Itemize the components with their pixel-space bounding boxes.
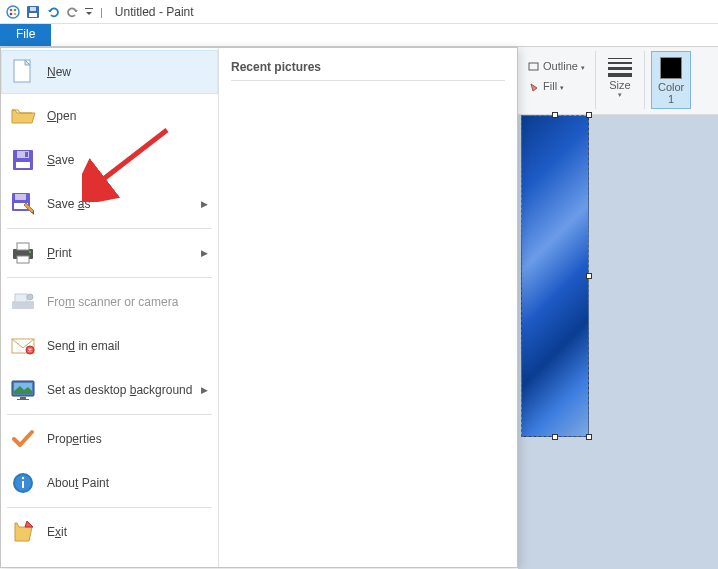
svg-rect-6 (29, 13, 37, 17)
selection-handle[interactable] (586, 112, 592, 118)
svg-point-0 (7, 6, 19, 18)
chevron-right-icon: ▶ (201, 248, 208, 258)
color-swatch (660, 57, 682, 79)
checkmark-icon (9, 425, 37, 453)
menu-email-label: Send in email (47, 339, 120, 353)
ribbon-separator (644, 51, 645, 109)
size-label: Size (609, 79, 630, 91)
svg-rect-11 (16, 162, 30, 168)
fill-dropdown[interactable]: Fill ▾ (528, 77, 564, 97)
exit-icon (9, 518, 37, 546)
desktop-icon (9, 376, 37, 404)
recent-header: Recent pictures (231, 56, 505, 81)
menu-print[interactable]: Print ▶ (1, 231, 218, 275)
menu-properties[interactable]: Properties (1, 417, 218, 461)
qat-customize[interactable] (84, 3, 94, 21)
menu-scanner: From scanner or camera (1, 280, 218, 324)
svg-point-33 (22, 477, 24, 479)
app-icon[interactable] (4, 3, 22, 21)
chevron-down-icon: ▾ (618, 91, 622, 99)
chevron-right-icon: ▶ (201, 199, 208, 209)
svg-point-3 (10, 12, 13, 15)
size-group[interactable]: Size ▾ (602, 51, 638, 101)
selection-handle[interactable] (586, 434, 592, 440)
svg-rect-8 (85, 8, 93, 9)
selection-handle[interactable] (552, 112, 558, 118)
svg-point-4 (14, 12, 17, 15)
menu-about[interactable]: About Paint (1, 461, 218, 505)
svg-rect-19 (17, 256, 29, 263)
menu-save-as[interactable]: Save as ▶ (1, 182, 218, 226)
printer-icon (9, 239, 37, 267)
menu-separator (7, 414, 212, 415)
email-icon (9, 332, 37, 360)
menu-exit[interactable]: Exit (1, 510, 218, 554)
svg-rect-34 (529, 63, 538, 70)
selection-handle[interactable] (552, 434, 558, 440)
selected-image[interactable] (521, 115, 589, 437)
svg-rect-22 (15, 294, 27, 302)
menu-separator (7, 277, 212, 278)
qat-separator: | (100, 6, 103, 18)
recent-panel: Recent pictures (219, 48, 517, 567)
svg-rect-29 (17, 399, 29, 400)
menu-open[interactable]: Open (1, 94, 218, 138)
shape-options-group: Outline ▾ Fill ▾ (524, 51, 589, 99)
quick-access-toolbar: | (0, 3, 111, 21)
menu-save[interactable]: Save (1, 138, 218, 182)
canvas-workspace[interactable] (518, 115, 718, 569)
new-document-icon (9, 58, 37, 86)
floppy-save-icon (9, 146, 37, 174)
color1-label: Color 1 (658, 81, 684, 105)
menu-print-label: Print (47, 246, 72, 260)
selection-handle[interactable] (586, 273, 592, 279)
menu-about-label: About Paint (47, 476, 109, 490)
svg-point-1 (10, 8, 13, 11)
menu-desktop-label: Set as desktop background (47, 383, 192, 397)
menu-desktop-bg[interactable]: Set as desktop background ▶ (1, 368, 218, 412)
menu-save-as-label: Save as (47, 197, 90, 211)
floppy-save-as-icon (9, 190, 37, 218)
svg-rect-13 (25, 152, 28, 157)
svg-rect-28 (20, 397, 26, 399)
menu-scanner-label: From scanner or camera (47, 295, 178, 309)
file-tab[interactable]: File (0, 24, 51, 46)
window-title: Untitled - Paint (115, 5, 194, 19)
folder-open-icon (9, 102, 37, 130)
scanner-icon (9, 288, 37, 316)
ribbon-panel: Outline ▾ Fill ▾ Size ▾ Color 1 (518, 47, 718, 115)
svg-point-20 (29, 251, 31, 253)
menu-email[interactable]: Send in email (1, 324, 218, 368)
svg-rect-32 (22, 481, 24, 488)
chevron-right-icon: ▶ (201, 385, 208, 395)
svg-rect-7 (30, 7, 36, 11)
color1-button[interactable]: Color 1 (651, 51, 691, 109)
save-qat-button[interactable] (24, 3, 42, 21)
size-icon (606, 57, 634, 77)
ribbon-tabs: File (0, 24, 718, 47)
menu-separator (7, 507, 212, 508)
menu-save-label: Save (47, 153, 74, 167)
menu-exit-label: Exit (47, 525, 67, 539)
menu-new-label: New (47, 65, 71, 79)
title-bar: | Untitled - Paint (0, 0, 718, 24)
file-menu: New Open Save Save as ▶ Prin (0, 47, 518, 568)
undo-button[interactable] (44, 3, 62, 21)
svg-rect-16 (15, 194, 26, 200)
info-icon (9, 469, 37, 497)
menu-separator (7, 228, 212, 229)
svg-rect-18 (17, 243, 29, 250)
menu-properties-label: Properties (47, 432, 102, 446)
file-menu-items: New Open Save Save as ▶ Prin (1, 48, 219, 567)
redo-button[interactable] (64, 3, 82, 21)
menu-open-label: Open (47, 109, 76, 123)
outline-dropdown[interactable]: Outline ▾ (528, 57, 585, 77)
svg-point-23 (27, 294, 33, 300)
menu-new[interactable]: New (1, 50, 218, 94)
svg-point-2 (14, 8, 17, 11)
ribbon-separator (595, 51, 596, 109)
